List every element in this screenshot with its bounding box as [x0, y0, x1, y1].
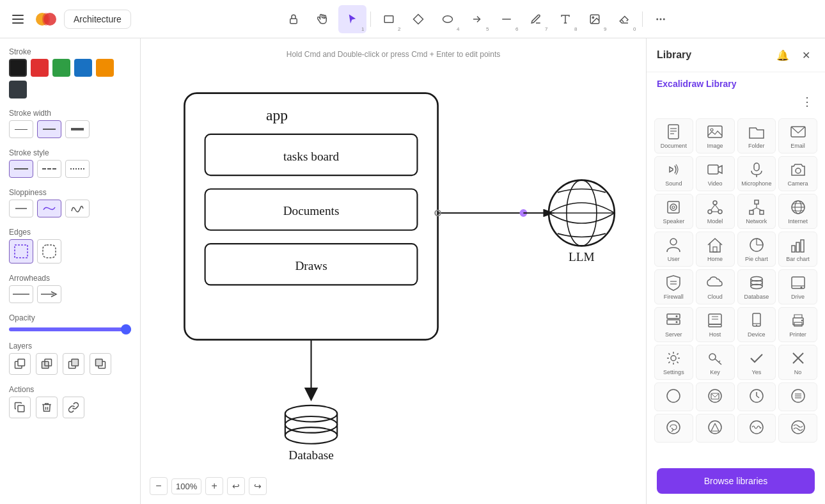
svg-text:Database: Database [288, 448, 334, 462]
tool-text[interactable]: 8 [551, 5, 579, 33]
lib-item-user[interactable]: User [654, 232, 693, 267]
lib-item-home[interactable]: Home [696, 232, 735, 267]
svg-point-122 [709, 390, 721, 402]
redo-button[interactable]: ↪ [249, 477, 267, 495]
lib-item-drive[interactable]: Drive [778, 269, 817, 304]
actions-options [9, 397, 131, 418]
lib-item-database[interactable]: Database [737, 269, 776, 304]
canvas-svg[interactable]: app tasks board Documents Draws Database [141, 38, 646, 504]
lib-item-circle[interactable] [654, 382, 693, 411]
lib-item-model[interactable]: Model [696, 194, 735, 229]
canvas-area[interactable]: Hold Cmd and Double-click or press Cmd +… [141, 38, 646, 504]
zoom-out-button[interactable]: − [150, 477, 168, 495]
lib-item-cloud[interactable]: Cloud [696, 269, 735, 304]
svg-point-14 [664, 19, 665, 20]
undo-button[interactable]: ↩ [227, 477, 245, 495]
lib-item-document[interactable]: Document [654, 118, 693, 154]
stroke-solid[interactable] [9, 160, 33, 178]
svg-point-67 [672, 206, 675, 209]
lib-item-host[interactable]: Host [696, 307, 735, 342]
color-black[interactable] [9, 59, 27, 77]
tool-extra[interactable] [647, 5, 675, 33]
lib-item-server[interactable]: Server [654, 307, 693, 342]
svg-text:app: app [266, 107, 288, 123]
lib-item-network[interactable]: Network [737, 194, 776, 229]
tool-image[interactable]: 9 [581, 5, 609, 33]
lib-item-email[interactable]: Email [778, 118, 817, 154]
edges-sharp[interactable] [9, 239, 33, 264]
action-link[interactable] [63, 397, 84, 418]
tool-hand[interactable] [309, 5, 337, 33]
lib-item-firewall[interactable]: Firewall [654, 269, 693, 304]
tool-arrow[interactable]: 5 [463, 5, 491, 33]
color-green[interactable] [52, 59, 70, 77]
stroke-dotted[interactable] [65, 160, 90, 178]
tool-rectangle[interactable]: 2 [375, 5, 403, 33]
edges-round[interactable] [37, 239, 61, 264]
lib-item-bar-chart[interactable]: Bar chart [778, 232, 817, 267]
color-red[interactable] [31, 59, 49, 77]
lib-item-microphone[interactable]: Microphone [737, 156, 776, 191]
tool-lock[interactable] [279, 5, 308, 33]
stroke-medium[interactable] [37, 120, 61, 138]
layer-bring-forward[interactable] [63, 353, 84, 375]
tool-eraser[interactable]: 0 [610, 5, 638, 33]
stroke-thin[interactable] [9, 120, 33, 138]
svg-point-43 [285, 416, 337, 433]
library-close-button[interactable]: ✕ [797, 46, 815, 64]
svg-point-131 [667, 421, 680, 434]
lib-item-mail2[interactable] [696, 382, 735, 411]
menu-button[interactable] [8, 9, 28, 29]
lib-item-pie-chart[interactable]: Pie chart [737, 232, 776, 267]
arrowhead-end[interactable] [37, 285, 61, 303]
lib-item-video[interactable]: Video [696, 156, 735, 191]
sloppiness-1[interactable] [37, 200, 61, 217]
sloppiness-2[interactable] [65, 200, 90, 217]
lib-item-triangle[interactable] [696, 414, 735, 443]
svg-rect-62 [754, 163, 759, 171]
lib-item-sound[interactable]: Sound [654, 156, 693, 191]
tool-line[interactable]: 6 [492, 5, 521, 33]
action-delete[interactable] [36, 397, 58, 418]
lib-item-image[interactable]: Image [696, 118, 735, 154]
tool-diamond[interactable] [404, 5, 432, 33]
layer-send-back[interactable] [9, 353, 31, 375]
lib-item-wave1[interactable] [737, 414, 776, 443]
opacity-slider[interactable] [9, 327, 131, 331]
lib-item-folder[interactable]: Folder [737, 118, 776, 154]
lib-item-clock[interactable] [737, 382, 776, 411]
lib-item-printer[interactable]: Printer [778, 307, 817, 342]
color-orange[interactable] [96, 59, 114, 77]
lib-item-internet[interactable]: Internet [778, 194, 817, 229]
library-menu-button[interactable]: ⋮ [798, 93, 816, 111]
color-dark[interactable] [9, 81, 27, 98]
library-notify-button[interactable]: 🔔 [774, 46, 792, 64]
arrowhead-none[interactable] [9, 285, 33, 303]
lib-item-device[interactable]: Device [737, 307, 776, 342]
lib-item-key[interactable]: Key [696, 345, 735, 380]
lib-item-settings[interactable]: Settings [654, 345, 693, 380]
stroke-width-options [9, 120, 131, 138]
stroke-thick[interactable] [65, 120, 90, 138]
tool-pen[interactable]: 7 [522, 5, 550, 33]
browse-libraries-button[interactable]: Browse libraries [657, 468, 815, 494]
stroke-dashed[interactable] [37, 160, 61, 178]
library-header: Library 🔔 ✕ [647, 38, 825, 72]
lib-item-list[interactable] [778, 382, 817, 411]
action-duplicate[interactable] [9, 397, 31, 418]
document-title[interactable]: Architecture [64, 10, 131, 29]
tool-select[interactable]: 1 [338, 5, 366, 33]
lib-item-no[interactable]: No [778, 345, 817, 380]
layer-bring-front[interactable] [90, 353, 111, 375]
zoom-in-button[interactable]: + [205, 477, 223, 495]
lib-item-redirect[interactable] [654, 414, 693, 443]
color-blue[interactable] [74, 59, 92, 77]
svg-rect-61 [708, 165, 718, 174]
layer-send-backward[interactable] [36, 353, 58, 375]
sloppiness-0[interactable] [9, 200, 33, 217]
tool-ellipse[interactable]: 4 [434, 5, 462, 33]
lib-item-yes[interactable]: Yes [737, 345, 776, 380]
lib-item-speaker[interactable]: Speaker [654, 194, 693, 229]
lib-item-wave2[interactable] [778, 414, 817, 443]
lib-item-camera[interactable]: Camera [778, 156, 817, 191]
